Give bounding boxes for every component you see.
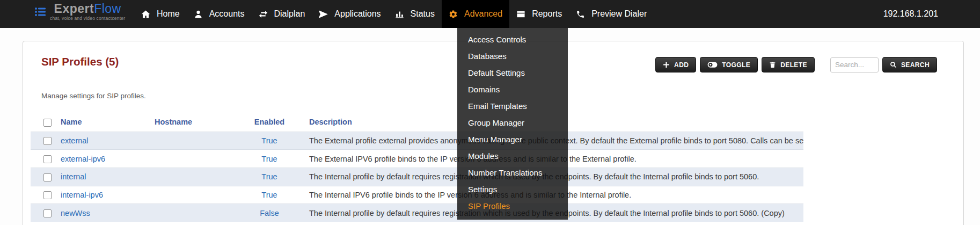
profile-name-link[interactable]: internal — [61, 172, 86, 181]
table-row: external-ipv6 True The External IPV6 pro… — [31, 150, 803, 168]
menu-item-sip-profiles[interactable]: SIP Profiles — [457, 198, 568, 214]
trash-icon — [769, 61, 776, 68]
select-all-checkbox[interactable] — [43, 119, 52, 127]
transfer-arrows-icon — [259, 10, 268, 19]
menu-item-databases[interactable]: Databases — [457, 48, 568, 64]
enabled-value[interactable]: True — [261, 136, 277, 145]
nav-item-preview-dialer[interactable]: Preview Dialer — [569, 0, 654, 28]
row-checkbox[interactable] — [43, 155, 52, 163]
nav-item-home[interactable]: Home — [134, 0, 187, 28]
advanced-dropdown-menu: Access Controls Databases Default Settin… — [457, 28, 568, 220]
row-checkbox[interactable] — [43, 191, 52, 199]
menu-item-menu-manager[interactable]: Menu Manager — [457, 131, 568, 148]
logo-list-icon — [34, 6, 46, 18]
sip-profiles-table: Name Hostname Enabled Description extern… — [31, 113, 803, 222]
table-header-row: Name Hostname Enabled Description — [31, 113, 803, 132]
profile-name-link[interactable]: newWss — [61, 209, 90, 217]
hostname-cell — [151, 186, 244, 204]
page-title: SIP Profiles (5) — [41, 55, 119, 68]
enabled-value[interactable]: True — [261, 172, 277, 181]
enabled-value[interactable]: True — [261, 191, 277, 199]
bar-chart-icon — [395, 10, 404, 19]
search-input[interactable] — [830, 57, 879, 72]
column-header-hostname[interactable]: Hostname — [151, 113, 244, 132]
magnifier-icon — [890, 61, 897, 68]
table-row: external True The External profile exter… — [31, 132, 803, 150]
user-icon — [194, 10, 203, 19]
hostname-cell — [151, 132, 244, 150]
menu-item-group-manager[interactable]: Group Manager — [457, 114, 568, 131]
brand-name: ExpertFlow — [54, 2, 121, 15]
row-checkbox[interactable] — [43, 137, 52, 145]
plus-icon — [663, 61, 670, 68]
row-checkbox[interactable] — [43, 173, 52, 182]
menu-item-number-translations[interactable]: Number Translations — [457, 164, 568, 181]
nav-item-applications[interactable]: Applications — [312, 0, 387, 28]
profile-name-link[interactable]: external-ipv6 — [61, 155, 105, 163]
table-row: newWss False The Internal profile by def… — [31, 204, 803, 222]
nav-item-status[interactable]: Status — [388, 0, 442, 28]
select-all-cell — [31, 113, 57, 132]
brand-logo[interactable]: ExpertFlow chat, voice and video contact… — [34, 2, 125, 21]
page-subtitle: Manage settings for SIP profiles. — [41, 92, 146, 100]
search-button[interactable]: SEARCH — [882, 57, 937, 72]
menu-item-domains[interactable]: Domains — [457, 81, 568, 98]
toggle-button[interactable]: TOGGLE — [700, 57, 758, 72]
main-nav: Home Accounts Dialplan Applications Stat… — [134, 0, 654, 28]
nav-item-advanced[interactable]: Advanced — [442, 0, 509, 28]
nav-item-reports[interactable]: Reports — [509, 0, 569, 28]
home-icon — [141, 10, 150, 19]
gear-icon — [449, 10, 458, 19]
row-checkbox[interactable] — [43, 209, 52, 217]
add-button[interactable]: ADD — [655, 57, 696, 72]
enabled-value[interactable]: False — [260, 209, 279, 217]
nav-item-accounts[interactable]: Accounts — [187, 0, 252, 28]
enabled-value[interactable]: True — [261, 155, 277, 163]
hostname-cell — [151, 168, 244, 186]
phone-icon — [576, 10, 585, 19]
profile-name-link[interactable]: external — [61, 136, 89, 145]
book-icon — [516, 10, 525, 19]
toggle-icon — [707, 61, 718, 68]
column-header-enabled[interactable]: Enabled — [244, 113, 295, 132]
server-ip: 192.168.1.201 — [883, 0, 938, 28]
hostname-cell — [151, 150, 244, 168]
menu-item-settings[interactable]: Settings — [457, 181, 568, 198]
nav-item-dialplan[interactable]: Dialplan — [252, 0, 312, 28]
brand-tagline: chat, voice and video contactcenter — [50, 16, 125, 21]
menu-item-default-settings[interactable]: Default Settings — [457, 64, 568, 81]
column-header-name[interactable]: Name — [57, 113, 151, 132]
menu-item-access-controls[interactable]: Access Controls — [457, 31, 568, 48]
toolbar: ADD TOGGLE DELETE SEARCH — [655, 57, 937, 72]
delete-button[interactable]: DELETE — [762, 57, 815, 72]
top-navbar: ExpertFlow chat, voice and video contact… — [0, 0, 980, 28]
hostname-cell — [151, 204, 244, 222]
paper-plane-icon — [319, 10, 328, 19]
menu-item-modules[interactable]: Modules — [457, 148, 568, 164]
menu-item-email-templates[interactable]: Email Templates — [457, 98, 568, 114]
table-row: internal True The Internal profile by de… — [31, 168, 803, 186]
table-row: internal-ipv6 True The Internal IPV6 pro… — [31, 186, 803, 204]
profile-name-link[interactable]: internal-ipv6 — [61, 191, 103, 199]
